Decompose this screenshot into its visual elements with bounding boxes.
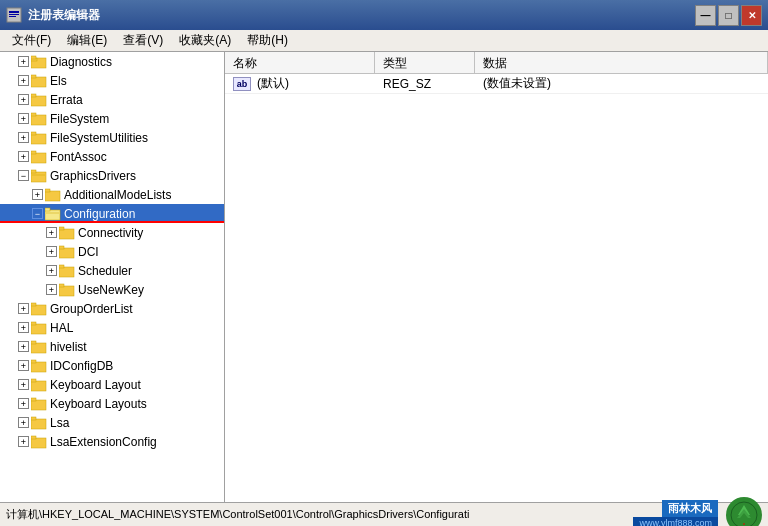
expander-filesystem[interactable]: + — [18, 113, 29, 124]
maximize-button[interactable]: □ — [718, 5, 739, 26]
svg-rect-46 — [31, 417, 36, 420]
col-header-name[interactable]: 名称 — [225, 52, 375, 73]
tree-item-els[interactable]: + Els — [0, 71, 224, 90]
app-icon — [6, 7, 22, 23]
tree-item-graphicsdrivers[interactable]: − GraphicsDrivers — [0, 166, 224, 185]
tree-item-hivelist[interactable]: + hivelist — [0, 337, 224, 356]
svg-rect-43 — [31, 400, 46, 410]
svg-rect-15 — [31, 153, 46, 163]
expander-hal[interactable]: + — [18, 322, 29, 333]
tree-label-filesystemutilities: FileSystemUtilities — [50, 131, 148, 145]
tree-item-diagnostics[interactable]: + Diagnostics — [0, 52, 224, 71]
svg-rect-45 — [31, 419, 46, 429]
expander-fontassoc[interactable]: + — [18, 151, 29, 162]
menu-edit[interactable]: 编辑(E) — [59, 30, 115, 51]
minimize-button[interactable]: — — [695, 5, 716, 26]
expander-hivelist[interactable]: + — [18, 341, 29, 352]
svg-rect-18 — [31, 170, 36, 173]
svg-rect-7 — [31, 77, 46, 87]
folder-icon — [31, 416, 47, 430]
tree-label-errata: Errata — [50, 93, 83, 107]
svg-rect-34 — [31, 303, 36, 306]
expander-usenewkey[interactable]: + — [46, 284, 57, 295]
svg-rect-48 — [31, 436, 36, 439]
folder-icon — [59, 283, 75, 297]
expander-grouporderlist[interactable]: + — [18, 303, 29, 314]
brand-logo-svg — [730, 501, 758, 527]
folder-icon — [31, 74, 47, 88]
svg-rect-29 — [59, 267, 74, 277]
main-content: + Diagnostics + Els + — [0, 52, 768, 502]
svg-rect-25 — [59, 229, 74, 239]
tree-item-keyboardlayout[interactable]: + Keyboard Layout — [0, 375, 224, 394]
tree-label-connectivity: Connectivity — [78, 226, 143, 240]
svg-rect-9 — [31, 96, 46, 106]
folder-icon — [59, 264, 75, 278]
expander-additionalmodelists[interactable]: + — [32, 189, 43, 200]
tree-item-usenewkey[interactable]: + UseNewKey — [0, 280, 224, 299]
tree-item-dci[interactable]: + DCI — [0, 242, 224, 261]
tree-item-hal[interactable]: + HAL — [0, 318, 224, 337]
svg-rect-11 — [31, 115, 46, 125]
menu-favorites[interactable]: 收藏夹(A) — [171, 30, 239, 51]
tree-item-filesystem[interactable]: + FileSystem — [0, 109, 224, 128]
tree-item-errata[interactable]: + Errata — [0, 90, 224, 109]
menu-view[interactable]: 查看(V) — [115, 30, 171, 51]
tree-label-keyboardlayout: Keyboard Layout — [50, 378, 141, 392]
brand-url: www.ylmf888.com — [633, 517, 718, 526]
folder-icon — [59, 226, 75, 240]
menu-file[interactable]: 文件(F) — [4, 30, 59, 51]
tree-label-dci: DCI — [78, 245, 99, 259]
tree-label-els: Els — [50, 74, 67, 88]
tree-item-connectivity[interactable]: + Connectivity — [0, 223, 224, 242]
title-buttons[interactable]: — □ ✕ — [695, 5, 762, 26]
expander-keyboardlayout[interactable]: + — [18, 379, 29, 390]
svg-rect-32 — [59, 284, 64, 287]
tree-item-scheduler[interactable]: + Scheduler — [0, 261, 224, 280]
menu-help[interactable]: 帮助(H) — [239, 30, 296, 51]
svg-rect-14 — [31, 132, 36, 135]
tree-item-fontassoc[interactable]: + FontAssoc — [0, 147, 224, 166]
close-button[interactable]: ✕ — [741, 5, 762, 26]
table-row[interactable]: ab (默认) REG_SZ (数值未设置) — [225, 74, 768, 94]
col-header-type[interactable]: 类型 — [375, 52, 475, 73]
svg-rect-42 — [31, 379, 36, 382]
status-path: 计算机\HKEY_LOCAL_MACHINE\SYSTEM\ControlSet… — [6, 507, 469, 522]
col-header-data[interactable]: 数据 — [475, 52, 768, 73]
svg-rect-36 — [31, 322, 36, 325]
tree-panel[interactable]: + Diagnostics + Els + — [0, 52, 225, 502]
tree-item-lsaextensionconfig[interactable]: + LsaExtensionConfig — [0, 432, 224, 451]
folder-open-icon — [45, 207, 61, 221]
tree-item-grouporderlist[interactable]: + GroupOrderList — [0, 299, 224, 318]
tree-label-hivelist: hivelist — [50, 340, 87, 354]
expander-configuration[interactable]: − — [32, 208, 43, 219]
tree-label-graphicsdrivers: GraphicsDrivers — [50, 169, 136, 183]
status-brand: 雨林木风 www.ylmf888.com — [633, 497, 762, 527]
tree-item-configuration[interactable]: − Configuration — [0, 204, 224, 223]
expander-filesystemutilities[interactable]: + — [18, 132, 29, 143]
tree-label-fontassoc: FontAssoc — [50, 150, 107, 164]
expander-lsaextensionconfig[interactable]: + — [18, 436, 29, 447]
tree-item-idconfigdb[interactable]: + IDConfigDB — [0, 356, 224, 375]
tree-item-filesystemutilities[interactable]: + FileSystemUtilities — [0, 128, 224, 147]
tree-item-lsa[interactable]: + Lsa — [0, 413, 224, 432]
tree-item-keyboardlayouts[interactable]: + Keyboard Layouts — [0, 394, 224, 413]
expander-dci[interactable]: + — [46, 246, 57, 257]
tree-item-additionalmodelists[interactable]: + AdditionalModeLists — [0, 185, 224, 204]
svg-rect-33 — [31, 305, 46, 315]
status-bar: 计算机\HKEY_LOCAL_MACHINE\SYSTEM\ControlSet… — [0, 502, 768, 526]
expander-scheduler[interactable]: + — [46, 265, 57, 276]
expander-lsa[interactable]: + — [18, 417, 29, 428]
expander-keyboardlayouts[interactable]: + — [18, 398, 29, 409]
expander-errata[interactable]: + — [18, 94, 29, 105]
expander-diagnostics[interactable]: + — [18, 56, 29, 67]
svg-rect-22 — [45, 210, 60, 220]
expander-idconfigdb[interactable]: + — [18, 360, 29, 371]
expander-connectivity[interactable]: + — [46, 227, 57, 238]
expander-graphicsdrivers[interactable]: − — [18, 170, 29, 181]
tree-label-configuration: Configuration — [64, 207, 135, 221]
expander-els[interactable]: + — [18, 75, 29, 86]
svg-rect-38 — [31, 341, 36, 344]
svg-rect-44 — [31, 398, 36, 401]
svg-rect-41 — [31, 381, 46, 391]
